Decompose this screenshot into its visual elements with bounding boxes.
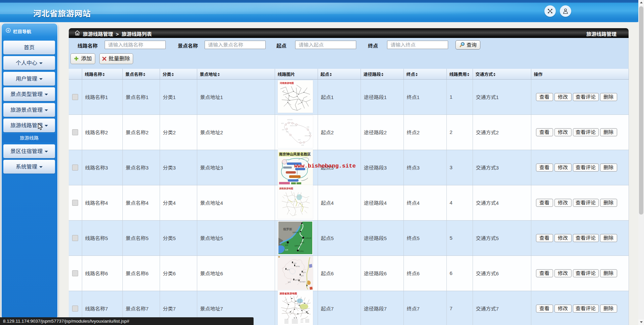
svg-text:湖南省旅游地图: 湖南省旅游地图 xyxy=(279,291,297,295)
svg-text:名称名: 名称名 xyxy=(296,265,300,267)
svg-text:名称: 名称 xyxy=(307,126,309,128)
svg-text:名称名: 名称名 xyxy=(300,241,305,243)
svg-text:名称: 名称 xyxy=(301,144,304,146)
svg-text:俄罗斯: 俄罗斯 xyxy=(283,227,292,231)
svg-text:名称名: 名称名 xyxy=(299,250,304,252)
svg-text:名称: 名称 xyxy=(293,262,296,264)
svg-text:名称名称: 名称名称 xyxy=(305,135,310,137)
svg-text:湖南旅游地图: 湖南旅游地图 xyxy=(279,187,293,190)
svg-text:名称: 名称 xyxy=(285,249,288,251)
svg-text:名称: 名称 xyxy=(281,122,284,124)
svg-text:名称名称: 名称名称 xyxy=(287,119,292,121)
svg-text:名称: 名称 xyxy=(303,271,306,273)
svg-text:河南旅游地图: 河南旅游地图 xyxy=(280,81,294,85)
svg-text:名称: 名称 xyxy=(288,281,290,283)
svg-text:名称: 名称 xyxy=(309,132,311,134)
svg-text:名称: 名称 xyxy=(285,244,288,246)
svg-text:名称: 名称 xyxy=(301,275,304,277)
svg-text:南京钟山风景名胜区: 南京钟山风景名胜区 xyxy=(279,151,311,156)
svg-text:名称: 名称 xyxy=(298,139,301,141)
svg-text:名称名称: 名称名称 xyxy=(292,231,299,233)
svg-text:名称: 名称 xyxy=(282,129,284,131)
svg-text:名称名称: 名称名称 xyxy=(305,237,311,239)
svg-text:名称名 名称: 名称名 名称 xyxy=(290,125,297,127)
svg-text:名称名: 名称名 xyxy=(295,279,299,281)
svg-text:名称名称: 名称名称 xyxy=(294,245,301,247)
svg-text:名称: 名称 xyxy=(286,131,288,133)
svg-text:名称名称: 名称名称 xyxy=(300,281,306,283)
svg-text:名称: 名称 xyxy=(287,269,289,271)
